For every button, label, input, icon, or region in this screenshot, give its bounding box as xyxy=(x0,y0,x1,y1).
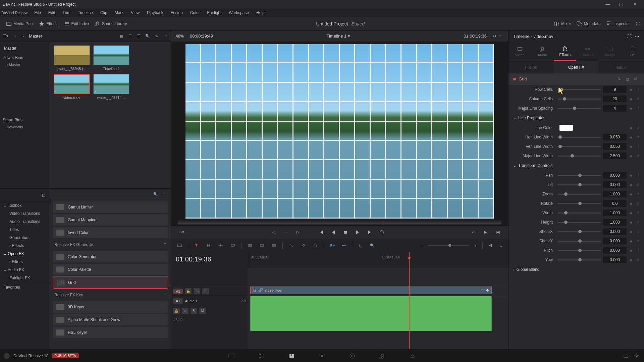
reset-icon[interactable]: ↺ xyxy=(635,248,640,253)
tab-audio[interactable]: Audio xyxy=(531,42,553,61)
subtab-fusion[interactable]: Fusion xyxy=(508,61,554,73)
reset-icon[interactable]: ↺ xyxy=(635,258,640,262)
media-pool-toggle[interactable]: Media Pool xyxy=(3,20,36,28)
mixer-toggle[interactable]: Mixer xyxy=(551,20,574,28)
reset-icon[interactable]: ↺ xyxy=(635,87,640,92)
reset-icon[interactable]: ↺ xyxy=(635,201,640,206)
reset-icon[interactable]: ↺ xyxy=(635,239,640,243)
favorites-header[interactable]: Favorites xyxy=(0,282,50,292)
blade-tool-icon[interactable] xyxy=(229,242,236,250)
fx-group-generate[interactable]: Resolve FX Generate⌃ xyxy=(50,240,171,250)
keyframe-icon[interactable]: ◆ xyxy=(629,106,633,111)
maximize-button[interactable]: ▢ xyxy=(614,2,628,7)
home-icon[interactable] xyxy=(623,353,629,359)
reset-icon[interactable]: ↺ xyxy=(635,230,640,234)
sound-library-toggle[interactable]: Sound Library xyxy=(92,20,130,28)
section-global-blend[interactable]: Global Blend xyxy=(508,264,644,275)
audio-clip[interactable] xyxy=(250,296,492,331)
fx-audiofx[interactable]: ⌄ Audio FX xyxy=(0,266,50,274)
viewer-scrubber[interactable] xyxy=(178,221,501,225)
reset-icon[interactable]: ↺ xyxy=(635,126,640,130)
clip-item[interactable]: Timeline 1 xyxy=(93,45,129,71)
track-enable-icon[interactable]: ☐ xyxy=(202,288,209,294)
subtab-audio[interactable]: Audio xyxy=(599,61,644,73)
slider[interactable] xyxy=(557,259,601,260)
tab-video[interactable]: Video xyxy=(508,42,531,61)
fx-item[interactable]: Color Generator xyxy=(53,251,168,262)
fx-item[interactable]: 3D Keyer xyxy=(53,301,168,313)
keyframe-icon[interactable]: ◆ xyxy=(629,173,633,178)
minimize-button[interactable]: — xyxy=(601,2,614,7)
keyframe-icon[interactable]: ◆ xyxy=(629,97,633,101)
keyframe-icon[interactable]: ◆ xyxy=(629,258,633,262)
menu-mark[interactable]: Mark xyxy=(111,9,127,16)
media-grid[interactable]: plant_-_36945 (... Timeline 1 ♪video.mov… xyxy=(50,42,171,188)
slider[interactable] xyxy=(557,146,601,147)
replace-icon[interactable] xyxy=(270,242,278,250)
snap-icon[interactable] xyxy=(357,242,364,250)
effect-delete-icon[interactable]: 🗑 xyxy=(626,77,631,81)
keyframe-icon[interactable]: ◆ xyxy=(629,239,633,243)
go-last-icon[interactable] xyxy=(366,229,373,236)
page-media[interactable] xyxy=(226,351,236,361)
list-view-icon[interactable]: ☰ xyxy=(136,33,142,39)
slider[interactable] xyxy=(557,175,601,176)
menu-trim[interactable]: Trim xyxy=(59,9,74,16)
page-fairlight[interactable] xyxy=(377,351,387,361)
options-icon[interactable]: ⋯ xyxy=(161,191,167,197)
full-screen-icon[interactable]: ⛶ xyxy=(635,21,641,27)
slider[interactable] xyxy=(557,203,601,204)
color-swatch[interactable] xyxy=(559,125,573,131)
timeline-ruler[interactable]: 01:00:00:00 01:00:16:00 xyxy=(248,252,508,268)
options-icon[interactable]: ⋯ xyxy=(635,34,639,39)
keyframe-icon[interactable]: ◆ xyxy=(629,87,633,92)
go-first-icon[interactable] xyxy=(318,229,325,236)
fx-group-key[interactable]: Resolve FX Key⌃ xyxy=(50,290,171,300)
slider-column-cells[interactable] xyxy=(557,99,601,100)
subtab-openfx[interactable]: Open FX xyxy=(554,61,599,73)
playhead[interactable] xyxy=(409,252,410,349)
keyframe-icon[interactable]: ◆ xyxy=(629,192,633,196)
page-fusion[interactable] xyxy=(317,351,327,361)
clip-item[interactable]: ♪water_-_45314 ... xyxy=(93,74,129,100)
fx-openfx[interactable]: ⌄ Open FX xyxy=(0,250,50,258)
fx-item[interactable]: HSL Keyer xyxy=(53,327,168,338)
selection-tool-icon[interactable] xyxy=(193,242,200,250)
reset-icon[interactable]: ↺ xyxy=(635,135,640,139)
slider[interactable] xyxy=(557,184,601,185)
page-edit[interactable] xyxy=(287,351,297,361)
nav-fwd-icon[interactable]: › xyxy=(20,33,26,39)
slider[interactable] xyxy=(557,137,601,138)
strip-view-icon[interactable]: ☷ xyxy=(127,33,133,39)
slider[interactable] xyxy=(557,241,601,242)
menu-view[interactable]: View xyxy=(127,9,143,16)
page-color[interactable] xyxy=(347,351,357,361)
menu-timeline[interactable]: Timeline xyxy=(74,9,96,16)
menu-fairlight[interactable]: Fairlight xyxy=(204,9,225,16)
fx-audio-transitions[interactable]: Audio Transitions xyxy=(0,218,50,226)
timeline-name[interactable]: Timeline 1 ▾ xyxy=(326,34,350,39)
scrubber-playhead[interactable] xyxy=(382,221,382,225)
keyframe-icon[interactable]: ◆ xyxy=(629,230,633,234)
menu-playback[interactable]: Playback xyxy=(144,9,167,16)
fx-effects[interactable]: › Effects xyxy=(0,242,50,250)
keyframe-icon[interactable]: ◆ xyxy=(629,183,633,187)
video-track[interactable]: fx 🔗 video.mov 〰◆ xyxy=(248,285,508,295)
track-badge-a1[interactable]: A1 xyxy=(173,298,183,304)
play-icon[interactable] xyxy=(354,229,361,236)
clip-item[interactable]: ♪video.mov xyxy=(54,74,90,100)
zoom-in-icon[interactable]: + xyxy=(473,243,477,249)
slider[interactable] xyxy=(557,194,601,195)
effect-reset-icon[interactable]: ↺ xyxy=(634,77,639,81)
stop-icon[interactable] xyxy=(342,229,349,236)
track-header-v1[interactable]: V1 🔒 ▭ ☐ xyxy=(171,286,248,296)
section-transform[interactable]: Transform Controls xyxy=(508,161,644,171)
slider[interactable] xyxy=(557,222,601,223)
tab-file[interactable]: File xyxy=(622,42,644,61)
power-bins-header[interactable]: Power Bins xyxy=(0,53,50,61)
options-icon[interactable]: ⋯ xyxy=(162,33,168,39)
keyframe-icon[interactable]: ◆ xyxy=(629,144,633,149)
insert-icon[interactable] xyxy=(246,242,254,250)
clip-retime-icon[interactable]: ◆ xyxy=(486,288,489,292)
link-icon[interactable] xyxy=(300,242,307,250)
